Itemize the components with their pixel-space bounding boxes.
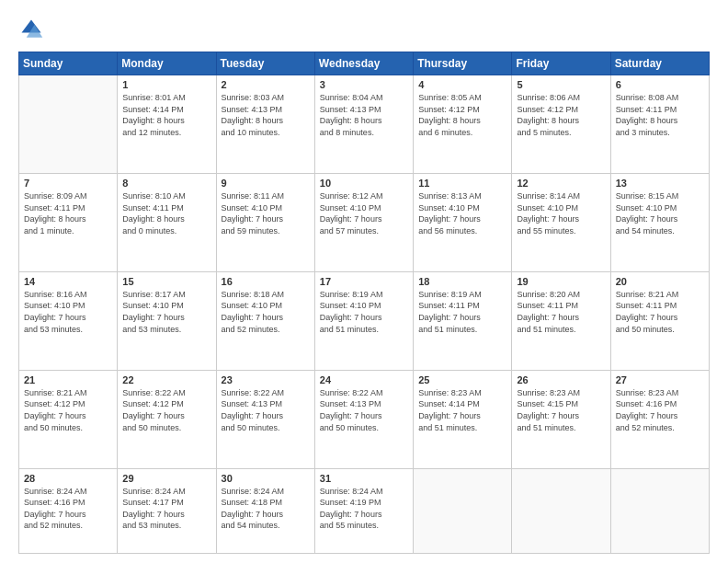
calendar-cell: 17Sunrise: 8:19 AM Sunset: 4:10 PM Dayli… bbox=[314, 271, 413, 370]
calendar-cell: 5Sunrise: 8:06 AM Sunset: 4:12 PM Daylig… bbox=[512, 75, 610, 174]
calendar-cell: 13Sunrise: 8:15 AM Sunset: 4:10 PM Dayli… bbox=[610, 173, 709, 271]
day-info: Sunrise: 8:06 AM Sunset: 4:12 PM Dayligh… bbox=[517, 92, 605, 138]
day-number: 17 bbox=[320, 276, 408, 287]
weekday-header-wednesday: Wednesday bbox=[314, 52, 413, 75]
logo bbox=[18, 17, 48, 42]
day-info: Sunrise: 8:19 AM Sunset: 4:11 PM Dayligh… bbox=[418, 289, 506, 335]
day-info: Sunrise: 8:22 AM Sunset: 4:12 PM Dayligh… bbox=[122, 387, 210, 433]
day-number: 1 bbox=[122, 79, 210, 90]
calendar-cell: 2Sunrise: 8:03 AM Sunset: 4:13 PM Daylig… bbox=[216, 75, 314, 174]
day-number: 21 bbox=[24, 374, 112, 385]
day-number: 16 bbox=[222, 276, 310, 287]
day-number: 28 bbox=[24, 473, 112, 484]
day-number: 30 bbox=[222, 473, 310, 484]
week-row-5: 28Sunrise: 8:24 AM Sunset: 4:16 PM Dayli… bbox=[19, 468, 710, 553]
day-info: Sunrise: 8:13 AM Sunset: 4:10 PM Dayligh… bbox=[418, 190, 506, 236]
day-info: Sunrise: 8:18 AM Sunset: 4:10 PM Dayligh… bbox=[222, 289, 310, 335]
day-number: 25 bbox=[418, 374, 506, 385]
day-number: 2 bbox=[222, 79, 310, 90]
header bbox=[18, 17, 710, 42]
calendar-cell: 24Sunrise: 8:22 AM Sunset: 4:13 PM Dayli… bbox=[314, 370, 413, 468]
calendar-table: SundayMondayTuesdayWednesdayThursdayFrid… bbox=[18, 52, 710, 554]
day-number: 13 bbox=[616, 178, 704, 189]
day-info: Sunrise: 8:15 AM Sunset: 4:10 PM Dayligh… bbox=[616, 190, 704, 236]
calendar-cell: 3Sunrise: 8:04 AM Sunset: 4:13 PM Daylig… bbox=[314, 75, 413, 174]
day-info: Sunrise: 8:24 AM Sunset: 4:16 PM Dayligh… bbox=[24, 486, 112, 532]
day-info: Sunrise: 8:21 AM Sunset: 4:11 PM Dayligh… bbox=[616, 289, 704, 335]
day-number: 22 bbox=[122, 374, 210, 385]
calendar-cell: 15Sunrise: 8:17 AM Sunset: 4:10 PM Dayli… bbox=[118, 271, 216, 370]
day-number: 20 bbox=[616, 276, 704, 287]
day-number: 8 bbox=[122, 178, 210, 189]
day-info: Sunrise: 8:04 AM Sunset: 4:13 PM Dayligh… bbox=[320, 92, 408, 138]
weekday-header-thursday: Thursday bbox=[414, 52, 512, 75]
calendar-cell: 1Sunrise: 8:01 AM Sunset: 4:14 PM Daylig… bbox=[118, 75, 216, 174]
calendar-cell: 10Sunrise: 8:12 AM Sunset: 4:10 PM Dayli… bbox=[314, 173, 413, 271]
day-number: 5 bbox=[517, 79, 605, 90]
day-number: 31 bbox=[320, 473, 408, 484]
day-info: Sunrise: 8:01 AM Sunset: 4:14 PM Dayligh… bbox=[122, 92, 210, 138]
calendar-cell: 31Sunrise: 8:24 AM Sunset: 4:19 PM Dayli… bbox=[314, 468, 413, 553]
day-number: 6 bbox=[616, 79, 704, 90]
day-number: 23 bbox=[222, 374, 310, 385]
calendar-cell: 14Sunrise: 8:16 AM Sunset: 4:10 PM Dayli… bbox=[19, 271, 118, 370]
calendar-cell: 23Sunrise: 8:22 AM Sunset: 4:13 PM Dayli… bbox=[216, 370, 314, 468]
day-info: Sunrise: 8:24 AM Sunset: 4:17 PM Dayligh… bbox=[122, 486, 210, 532]
calendar-cell: 4Sunrise: 8:05 AM Sunset: 4:12 PM Daylig… bbox=[414, 75, 512, 174]
day-number: 19 bbox=[517, 276, 605, 287]
day-info: Sunrise: 8:11 AM Sunset: 4:10 PM Dayligh… bbox=[222, 190, 310, 236]
day-info: Sunrise: 8:19 AM Sunset: 4:10 PM Dayligh… bbox=[320, 289, 408, 335]
day-info: Sunrise: 8:14 AM Sunset: 4:10 PM Dayligh… bbox=[517, 190, 605, 236]
calendar-cell: 11Sunrise: 8:13 AM Sunset: 4:10 PM Dayli… bbox=[414, 173, 512, 271]
weekday-header-saturday: Saturday bbox=[610, 52, 709, 75]
day-number: 29 bbox=[122, 473, 210, 484]
day-info: Sunrise: 8:22 AM Sunset: 4:13 PM Dayligh… bbox=[320, 387, 408, 433]
week-row-4: 21Sunrise: 8:21 AM Sunset: 4:12 PM Dayli… bbox=[19, 370, 710, 468]
weekday-header-friday: Friday bbox=[512, 52, 610, 75]
weekday-header-monday: Monday bbox=[118, 52, 216, 75]
weekday-header-sunday: Sunday bbox=[19, 52, 118, 75]
day-info: Sunrise: 8:16 AM Sunset: 4:10 PM Dayligh… bbox=[24, 289, 112, 335]
day-info: Sunrise: 8:08 AM Sunset: 4:11 PM Dayligh… bbox=[616, 92, 704, 138]
calendar-cell: 21Sunrise: 8:21 AM Sunset: 4:12 PM Dayli… bbox=[19, 370, 118, 468]
calendar-cell bbox=[512, 468, 610, 553]
day-number: 11 bbox=[418, 178, 506, 189]
calendar-cell: 22Sunrise: 8:22 AM Sunset: 4:12 PM Dayli… bbox=[118, 370, 216, 468]
calendar-cell: 7Sunrise: 8:09 AM Sunset: 4:11 PM Daylig… bbox=[19, 173, 118, 271]
day-info: Sunrise: 8:23 AM Sunset: 4:14 PM Dayligh… bbox=[418, 387, 506, 433]
calendar-cell bbox=[414, 468, 512, 553]
calendar-cell: 29Sunrise: 8:24 AM Sunset: 4:17 PM Dayli… bbox=[118, 468, 216, 553]
calendar-cell: 28Sunrise: 8:24 AM Sunset: 4:16 PM Dayli… bbox=[19, 468, 118, 553]
day-number: 10 bbox=[320, 178, 408, 189]
day-number: 27 bbox=[616, 374, 704, 385]
day-number: 18 bbox=[418, 276, 506, 287]
day-number: 4 bbox=[418, 79, 506, 90]
calendar-cell: 26Sunrise: 8:23 AM Sunset: 4:15 PM Dayli… bbox=[512, 370, 610, 468]
page: SundayMondayTuesdayWednesdayThursdayFrid… bbox=[0, 0, 728, 563]
day-info: Sunrise: 8:10 AM Sunset: 4:11 PM Dayligh… bbox=[122, 190, 210, 236]
day-info: Sunrise: 8:21 AM Sunset: 4:12 PM Dayligh… bbox=[24, 387, 112, 433]
week-row-1: 1Sunrise: 8:01 AM Sunset: 4:14 PM Daylig… bbox=[19, 75, 710, 174]
calendar-cell: 27Sunrise: 8:23 AM Sunset: 4:16 PM Dayli… bbox=[610, 370, 709, 468]
calendar-cell: 12Sunrise: 8:14 AM Sunset: 4:10 PM Dayli… bbox=[512, 173, 610, 271]
day-number: 26 bbox=[517, 374, 605, 385]
calendar-cell: 18Sunrise: 8:19 AM Sunset: 4:11 PM Dayli… bbox=[414, 271, 512, 370]
day-number: 7 bbox=[24, 178, 112, 189]
calendar-cell: 8Sunrise: 8:10 AM Sunset: 4:11 PM Daylig… bbox=[118, 173, 216, 271]
day-info: Sunrise: 8:03 AM Sunset: 4:13 PM Dayligh… bbox=[222, 92, 310, 138]
calendar-cell: 30Sunrise: 8:24 AM Sunset: 4:18 PM Dayli… bbox=[216, 468, 314, 553]
day-info: Sunrise: 8:09 AM Sunset: 4:11 PM Dayligh… bbox=[24, 190, 112, 236]
day-info: Sunrise: 8:12 AM Sunset: 4:10 PM Dayligh… bbox=[320, 190, 408, 236]
day-number: 24 bbox=[320, 374, 408, 385]
day-info: Sunrise: 8:20 AM Sunset: 4:11 PM Dayligh… bbox=[517, 289, 605, 335]
weekday-header-tuesday: Tuesday bbox=[216, 52, 314, 75]
calendar-cell: 20Sunrise: 8:21 AM Sunset: 4:11 PM Dayli… bbox=[610, 271, 709, 370]
calendar-cell bbox=[610, 468, 709, 553]
day-number: 14 bbox=[24, 276, 112, 287]
day-info: Sunrise: 8:24 AM Sunset: 4:19 PM Dayligh… bbox=[320, 486, 408, 532]
calendar-cell: 9Sunrise: 8:11 AM Sunset: 4:10 PM Daylig… bbox=[216, 173, 314, 271]
calendar-cell bbox=[19, 75, 118, 174]
day-number: 9 bbox=[222, 178, 310, 189]
day-info: Sunrise: 8:22 AM Sunset: 4:13 PM Dayligh… bbox=[222, 387, 310, 433]
calendar-cell: 19Sunrise: 8:20 AM Sunset: 4:11 PM Dayli… bbox=[512, 271, 610, 370]
